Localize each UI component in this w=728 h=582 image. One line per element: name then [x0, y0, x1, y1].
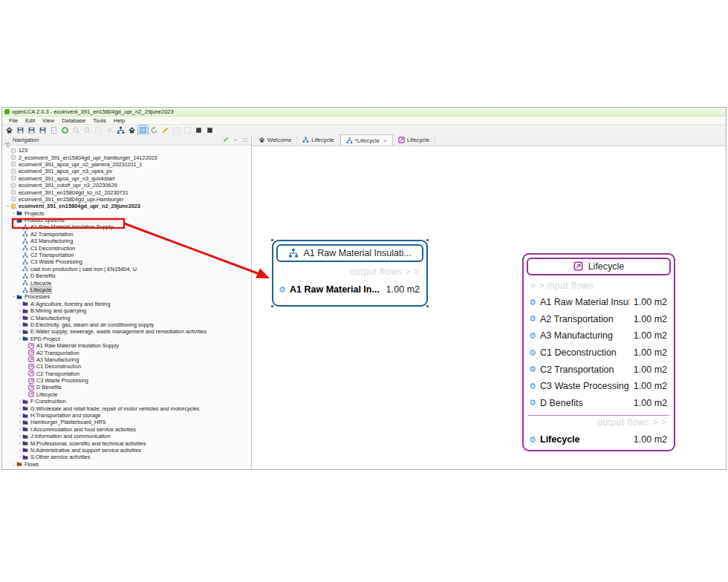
- tree-item[interactable]: ›Projects: [2, 210, 251, 217]
- tab-close-icon[interactable]: ×: [383, 137, 387, 144]
- editor-tab-welcome[interactable]: Welcome: [253, 134, 297, 146]
- validate-icon[interactable]: [60, 125, 70, 135]
- menu-item-file[interactable]: File: [5, 117, 22, 124]
- tree-item[interactable]: C1 Deconstruction: [2, 363, 251, 370]
- tree-item[interactable]: ›Product systems: [2, 217, 251, 223]
- tree-expander-icon[interactable]: ›: [17, 315, 22, 321]
- tree-item[interactable]: ›H:Transportation and storage: [2, 412, 251, 419]
- tree-item[interactable]: ecoinvent_391_en15804gd_upr-Hamburger: [2, 196, 251, 203]
- tree-item[interactable]: ›A:Agriculture, forestry and fishing: [2, 301, 251, 307]
- node-lifecycle-input-row[interactable]: ⚙D Benefits1.00 m2: [524, 395, 674, 412]
- menu-item-help[interactable]: Help: [110, 117, 129, 124]
- tree-item[interactable]: ›EPD Project: [2, 336, 251, 342]
- tree-item[interactable]: C1 Deconstruction: [2, 244, 251, 251]
- tree-expander-icon[interactable]: ›: [16, 336, 23, 341]
- node-lifecycle-input-row[interactable]: ⚙C3 Waste Processing1.00 m2: [524, 378, 674, 395]
- tree-item[interactable]: A2 Transportation: [2, 231, 251, 238]
- grid-icon[interactable]: [183, 125, 192, 135]
- tree-expander-icon[interactable]: ›: [4, 203, 11, 209]
- tree-expander-icon[interactable]: ›: [17, 321, 22, 328]
- minimap-icon[interactable]: [172, 125, 181, 135]
- node-lifecycle-input-flows-toggle[interactable]: > > input flows: [524, 281, 674, 291]
- editor-tab-lifecycle[interactable]: Lifecycle: [393, 134, 435, 146]
- tree-item[interactable]: Lifecycle: [2, 287, 251, 293]
- tree-expander-icon[interactable]: ›: [10, 294, 17, 299]
- fit-icon[interactable]: [205, 125, 215, 135]
- tree-expander-icon[interactable]: ›: [17, 454, 22, 460]
- tree-item[interactable]: C2 Transportation: [2, 252, 251, 258]
- tree-item[interactable]: ›F:Construction: [2, 398, 251, 405]
- tree-item[interactable]: ›M:Professional, scientific and technica…: [2, 439, 251, 446]
- tree-item[interactable]: 2_ecoinvent_391_en15804gd_upr_hamburger_…: [2, 154, 251, 160]
- tree-item[interactable]: ecoinvent_391_apos_upr_n3_quickstart: [2, 175, 251, 182]
- tree-item[interactable]: ›N:Administrative and support service ac…: [2, 447, 251, 454]
- menu-item-edit[interactable]: Edit: [22, 117, 39, 124]
- menu-item-view[interactable]: View: [39, 117, 58, 124]
- tree-item[interactable]: ›E:Water supply; sewerage, waste managem…: [2, 328, 251, 335]
- model-graph-canvas[interactable]: A1 Raw Material Insulati... output flows…: [252, 146, 726, 469]
- selection-handle[interactable]: [271, 305, 273, 307]
- tree-expander-icon[interactable]: ›: [17, 447, 22, 454]
- tree-expander-icon[interactable]: ›: [11, 210, 16, 217]
- tree-expander-icon[interactable]: ›: [17, 328, 22, 335]
- tree-item[interactable]: ›Hamburger_Plasterboard_HRS: [2, 419, 251, 425]
- fullscreen-icon[interactable]: [194, 125, 204, 135]
- menu-item-database[interactable]: Database: [58, 117, 89, 124]
- node-a1-output-row[interactable]: ⚙A1 Raw Material In...1.00 m2: [273, 281, 426, 298]
- tree-item[interactable]: ›I:Accommodation and food service activi…: [2, 426, 251, 433]
- tree-item[interactable]: ›G:Wholesale and retail trade; repair of…: [2, 405, 251, 411]
- delete-icon[interactable]: [105, 125, 114, 135]
- tree-expander-icon[interactable]: ›: [17, 301, 22, 307]
- refresh-icon[interactable]: [149, 125, 159, 135]
- tree-item[interactable]: ›B:Mining and quarrying: [2, 307, 251, 314]
- graph-node-lifecycle[interactable]: Lifecycle > > input flows ⚙A1 Raw Materi…: [522, 253, 675, 451]
- home-icon[interactable]: [4, 125, 14, 135]
- node-lifecycle-header[interactable]: Lifecycle: [527, 258, 671, 275]
- tree-item[interactable]: A2 Transportation: [2, 349, 251, 356]
- tree-item[interactable]: ›EPDs: [2, 468, 251, 469]
- selection-handle[interactable]: [426, 305, 429, 307]
- save-all-icon[interactable]: [38, 125, 48, 135]
- tree-item[interactable]: ›ecoinvent_391_en15804gd_upr_n2_29june20…: [2, 203, 251, 209]
- tree-item[interactable]: C3 Waste Processing: [2, 377, 251, 384]
- tree-item[interactable]: D Benefits: [2, 384, 251, 390]
- tree-item[interactable]: C3 Waste Processing: [2, 258, 251, 265]
- tree-item[interactable]: C2 Transportation: [2, 370, 251, 377]
- tree-item[interactable]: A3 Manufacturing: [2, 356, 251, 363]
- node-lifecycle-output-row[interactable]: ⚙Lifecycle1.00 m2: [524, 430, 674, 449]
- node-a1-header[interactable]: A1 Raw Material Insulati...: [276, 244, 423, 262]
- node-a1-output-flows-toggle[interactable]: output flows > >: [273, 267, 426, 277]
- node-lifecycle-input-row[interactable]: ⚙A1 Raw Material Insul...1.00 m2: [524, 294, 674, 311]
- tree-item[interactable]: A1 Raw Material Insulation Supply: [2, 223, 251, 230]
- tree-expander-icon[interactable]: ›: [11, 468, 16, 469]
- usage-icon[interactable]: [127, 125, 137, 135]
- tree-expander-icon[interactable]: ›: [17, 405, 22, 412]
- tree-item[interactable]: ecoinvent_391_apos_upr_n2_planera_202310…: [2, 161, 251, 168]
- node-lifecycle-input-row[interactable]: ⚙C1 Deconstruction1.00 m2: [524, 344, 674, 362]
- tree-item[interactable]: ›Processes: [2, 293, 251, 300]
- node-lifecycle-input-row[interactable]: ⚙A2 Transportation1.00 m2: [524, 311, 674, 328]
- tree-item[interactable]: Lifecycle: [2, 391, 251, 398]
- tree-item[interactable]: ›Flows: [2, 461, 251, 468]
- editor-tab-lifecycle[interactable]: Lifecycle: [297, 134, 339, 146]
- tree-item[interactable]: A1 Raw Material Insulation Supply: [2, 342, 251, 349]
- maximize-panel-button[interactable]: □: [241, 137, 249, 143]
- document-icon[interactable]: [49, 125, 59, 135]
- tree-item[interactable]: ecoinvent_391_apos_upr_n3_opea_pv: [2, 168, 251, 174]
- zoom-out-icon[interactable]: [82, 125, 92, 135]
- tree-item[interactable]: ›J:Information and communication: [2, 433, 251, 439]
- tree-item[interactable]: A3 Manufacturing: [2, 238, 251, 244]
- tree-item[interactable]: D Benefits: [2, 272, 251, 279]
- menu-item-tools[interactable]: Tools: [89, 117, 110, 124]
- tree-expander-icon[interactable]: ›: [17, 419, 22, 425]
- tree-expander-icon[interactable]: ›: [17, 412, 22, 419]
- link-editor-button[interactable]: [222, 137, 230, 144]
- node-lifecycle-input-row[interactable]: ⚙C2 Transportation1.00 m2: [524, 361, 674, 378]
- selection-icon[interactable]: [94, 125, 103, 135]
- tree-item[interactable]: 123: [2, 147, 251, 154]
- model-graph-icon[interactable]: [138, 125, 148, 135]
- zoom-in-icon[interactable]: [71, 125, 81, 135]
- tree-expander-icon[interactable]: ›: [17, 440, 22, 447]
- tree-expander-icon[interactable]: ›: [11, 461, 16, 468]
- editor-tab-lifecycle[interactable]: *Lifecycle×: [340, 134, 393, 146]
